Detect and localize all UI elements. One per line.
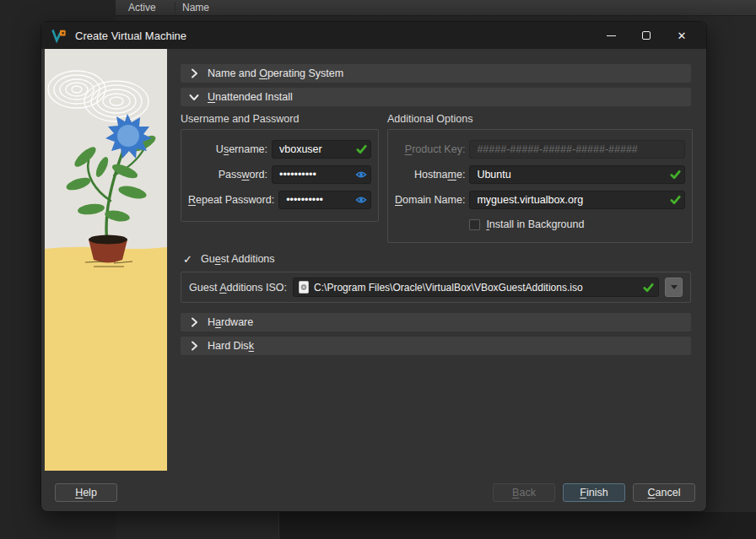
reveal-password-eye-icon[interactable] (355, 170, 367, 180)
section-name-and-os[interactable]: Name and Operating System (181, 64, 691, 83)
background-table-header: Active Name (116, 0, 756, 16)
guest-additions-iso-field[interactable]: C:\Program Files\Oracle\VirtualBox\VBoxG… (293, 278, 659, 297)
hostname-input[interactable] (469, 165, 685, 184)
guest-additions-label: Guest Additions (201, 253, 275, 265)
column-header-active[interactable]: Active (116, 2, 175, 13)
group-username-password: Username and Password Username: Password… (181, 113, 379, 243)
iso-dropdown-button[interactable] (665, 278, 683, 297)
dialog-title: Create Virtual Machine (75, 30, 593, 42)
install-in-background-checkbox[interactable] (469, 219, 480, 230)
column-separator (175, 2, 176, 14)
valid-check-icon (643, 283, 654, 293)
section-label: Unattended Install (208, 91, 293, 103)
section-label: Name and Operating System (208, 67, 343, 79)
chevron-right-icon (181, 317, 208, 327)
create-vm-dialog: Create Virtual Machine ✕ (40, 21, 707, 512)
section-unattended-install[interactable]: Unattended Install (181, 88, 691, 106)
chevron-down-icon (181, 92, 208, 102)
domain-name-label: Domain Name: (395, 194, 469, 206)
repeat-password-label: Repeat Password: (188, 194, 278, 206)
domain-name-input[interactable] (469, 191, 685, 209)
group-additional-options: Additional Options Product Key: Hostname… (387, 113, 693, 243)
chevron-right-icon (181, 341, 208, 351)
dialog-button-bar: Help Back Finish Cancel (41, 474, 706, 511)
close-button[interactable]: ✕ (664, 24, 699, 47)
chevron-right-icon (181, 68, 208, 78)
section-label: Hardware (208, 316, 253, 328)
iso-file-icon (299, 281, 309, 294)
back-button[interactable]: Back (493, 483, 555, 502)
group-title: Username and Password (181, 113, 379, 125)
column-header-name[interactable]: Name (182, 2, 209, 13)
install-in-background-label: Install in Background (486, 218, 584, 230)
username-label: Username: (188, 143, 272, 155)
reveal-password-eye-icon[interactable] (355, 195, 367, 205)
cancel-button[interactable]: Cancel (633, 483, 695, 502)
guest-additions-iso-label: Guest Additions ISO: (189, 282, 287, 294)
iso-path-text: C:\Program Files\Oracle\VirtualBox\VBoxG… (314, 282, 583, 294)
section-hardware[interactable]: Hardware (181, 313, 691, 331)
valid-check-icon (670, 195, 681, 205)
dropdown-arrow-icon (671, 285, 678, 289)
minimize-button[interactable] (593, 24, 629, 47)
group-title: Additional Options (387, 113, 693, 125)
hostname-label: Hostname: (395, 169, 469, 181)
maximize-icon (642, 31, 651, 40)
virtualbox-logo-icon (51, 28, 68, 44)
guest-additions-checkbox[interactable]: ✓ (183, 254, 196, 265)
background-panel-divider (278, 512, 756, 539)
product-key-input (469, 140, 685, 159)
maximize-button[interactable] (629, 24, 664, 47)
valid-check-icon (670, 170, 681, 180)
wizard-illustration (45, 49, 167, 471)
finish-button[interactable]: Finish (563, 483, 625, 502)
section-hard-disk[interactable]: Hard Disk (181, 337, 691, 355)
valid-check-icon (356, 144, 367, 154)
guest-additions-checkbox-row: ✓ Guest Additions (181, 253, 691, 265)
password-label: Password: (188, 169, 272, 181)
guest-additions-iso-group: Guest Additions ISO: C:\Program Files\Or… (181, 272, 691, 303)
wizard-content: Name and Operating System Unattended Ins… (181, 49, 691, 360)
minimize-icon (607, 35, 616, 36)
product-key-label: Product Key: (395, 143, 469, 155)
titlebar: Create Virtual Machine ✕ (41, 22, 706, 49)
help-button[interactable]: Help (55, 483, 117, 502)
section-label: Hard Disk (208, 340, 254, 352)
